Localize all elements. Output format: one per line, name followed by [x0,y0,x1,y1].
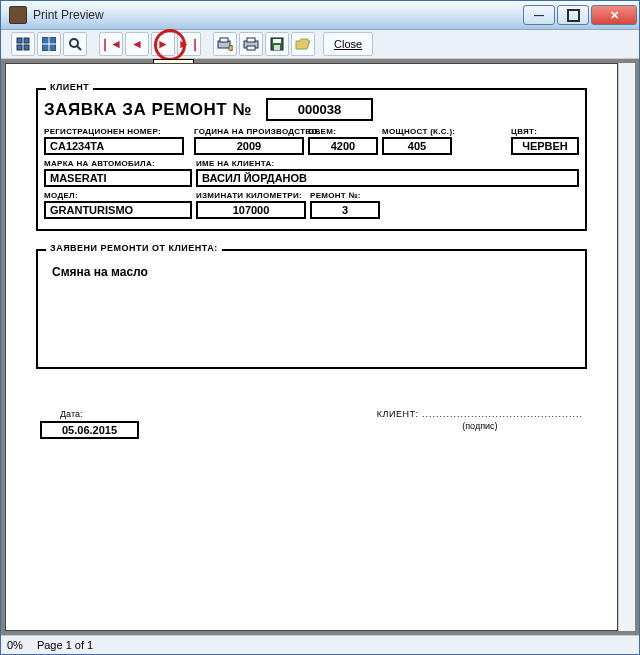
repairs-legend: ЗАЯВЕНИ РЕМОНТИ ОТ КЛИЕНТА: [46,243,222,253]
svg-rect-0 [17,38,22,43]
svg-point-7 [70,39,78,47]
page-content: КЛИЕНТ ЗАЯВКА ЗА РЕМОНТ № 000038 РЕГИСТР… [6,64,617,459]
document-title: ЗАЯВКА ЗА РЕМОНТ № [44,100,252,120]
label-power: МОЩНОСТ (К.С.): [382,127,452,136]
repair-text: Смяна на масло [52,265,571,279]
print-button[interactable] [239,32,263,56]
label-year: ГОДИНА НА ПРОИЗВОДСТВО: [194,127,304,136]
page-canvas[interactable]: КЛИЕНТ ЗАЯВКА ЗА РЕМОНТ № 000038 РЕГИСТР… [5,63,618,631]
app-icon [9,6,27,24]
status-progress: 0% [7,639,23,651]
date-value: 05.06.2015 [40,421,139,439]
svg-rect-16 [273,39,281,43]
label-model: МОДЕЛ: [44,191,192,200]
svg-rect-14 [247,46,255,50]
prev-page-button[interactable]: ◄ [125,32,149,56]
label-reg: РЕГИСТРАЦИОНЕН НОМЕР: [44,127,184,136]
maximize-button[interactable] [557,5,589,25]
status-bar: 0% Page 1 of 1 [1,635,639,654]
label-make: МАРКА НА АВТОМОБИЛА: [44,159,192,168]
svg-rect-17 [274,45,280,50]
value-owner: ВАСИЛ ЙОРДАНОВ [196,169,579,187]
svg-line-8 [77,46,81,50]
value-km: 107000 [196,201,306,219]
svg-rect-10 [220,38,228,42]
date-label: Дата: [60,409,82,419]
client-legend: КЛИЕНТ [46,82,93,92]
open-button[interactable] [291,32,315,56]
label-owner: ИМЕ НА КЛИЕНТА: [196,159,579,168]
zoom-button[interactable] [63,32,87,56]
signature-line: ........................................… [418,409,583,419]
last-page-button[interactable]: ►❘ [177,32,201,56]
title-bar: Print Preview [1,1,639,30]
svg-rect-3 [24,45,29,50]
value-model: GRANTURISMO [44,201,192,219]
value-color: ЧЕРВЕН [511,137,579,155]
label-volume: ОБЕМ: [308,127,378,136]
next-page-button[interactable]: ► [151,32,175,56]
label-color: ЦВЯТ: [511,127,579,136]
label-km: ИЗМИНАТИ КИЛОМЕТРИ: [196,191,306,200]
vertical-scrollbar[interactable] [618,63,635,631]
preview-area: КЛИЕНТ ЗАЯВКА ЗА РЕМОНТ № 000038 РЕГИСТР… [1,59,639,635]
print-setup-button[interactable] [213,32,237,56]
close-button-label: Close [334,38,362,50]
signature-label: КЛИЕНТ: [377,409,419,419]
window-buttons [523,5,637,25]
save-button[interactable] [265,32,289,56]
svg-rect-2 [17,45,22,50]
first-page-button[interactable]: ❘◄ [99,32,123,56]
status-page: Page 1 of 1 [37,639,93,651]
value-volume: 4200 [308,137,378,155]
footer-row: Дата: 05.06.2015 КЛИЕНТ: ...............… [36,409,587,439]
svg-rect-1 [24,38,29,43]
value-reg: CA1234TA [44,137,184,155]
label-repair-no: РЕМОНТ №: [310,191,380,200]
minimize-button[interactable] [523,5,555,25]
thumbnails-button[interactable] [11,32,35,56]
window-title: Print Preview [33,8,523,22]
value-year: 2009 [194,137,304,155]
svg-point-11 [229,46,234,51]
document-number: 000038 [266,98,373,121]
value-power: 405 [382,137,452,155]
svg-rect-13 [247,38,255,42]
repairs-box: ЗАЯВЕНИ РЕМОНТИ ОТ КЛИЕНТА: Смяна на мас… [36,249,587,369]
window-close-button[interactable] [591,5,637,25]
value-make: MASERATI [44,169,192,187]
value-repair-no: 3 [310,201,380,219]
toolbar: ❘◄ ◄ ► ►❘ Close Print [1,30,639,59]
signature-sublabel: (подпис) [377,421,583,431]
multipage-button[interactable] [37,32,61,56]
client-box: КЛИЕНТ ЗАЯВКА ЗА РЕМОНТ № 000038 РЕГИСТР… [36,88,587,231]
close-preview-button[interactable]: Close [323,32,373,56]
print-preview-window: Print Preview ❘◄ ◄ ► ►❘ [0,0,640,655]
